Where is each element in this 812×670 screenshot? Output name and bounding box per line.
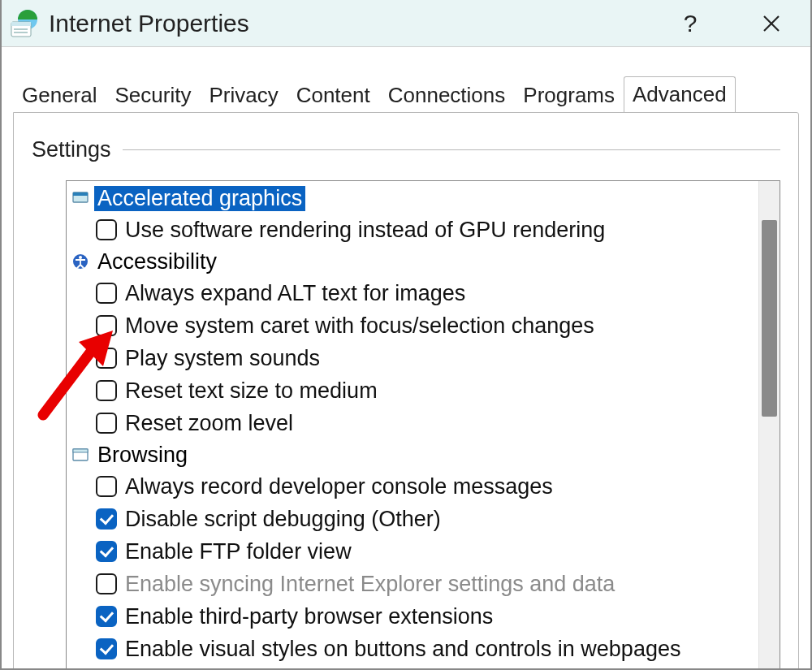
monitor-icon bbox=[71, 191, 89, 205]
svg-rect-8 bbox=[73, 192, 88, 196]
category-label: Accessibility bbox=[94, 249, 220, 274]
window-title: Internet Properties bbox=[49, 10, 666, 37]
option-row[interactable]: Always expand ALT text for images bbox=[71, 277, 758, 309]
tab-general[interactable]: General bbox=[13, 77, 106, 113]
settings-group-label: Settings bbox=[32, 137, 111, 162]
settings-group-header: Settings bbox=[32, 137, 780, 162]
option-label: Always expand ALT text for images bbox=[125, 281, 465, 306]
scroll-thumb[interactable] bbox=[762, 220, 777, 417]
category-browsing[interactable]: Browsing bbox=[71, 439, 758, 470]
option-checkbox[interactable] bbox=[96, 315, 117, 336]
option-row[interactable]: Disable script debugging (Other) bbox=[71, 503, 758, 535]
option-row[interactable]: Enable visual styles on buttons and cont… bbox=[71, 633, 758, 665]
option-checkbox[interactable] bbox=[96, 219, 117, 240]
option-row[interactable]: Move system caret with focus/selection c… bbox=[71, 309, 758, 342]
option-row[interactable]: Use software rendering instead of GPU re… bbox=[71, 214, 758, 246]
option-label: Use software rendering instead of GPU re… bbox=[125, 218, 605, 243]
svg-rect-12 bbox=[73, 449, 88, 452]
option-label: Reset zoom level bbox=[125, 411, 293, 436]
vertical-scrollbar[interactable] bbox=[758, 181, 780, 670]
window-icon bbox=[71, 447, 89, 462]
category-label: Accelerated graphics bbox=[94, 186, 305, 211]
option-row[interactable]: Always record developer console messages bbox=[71, 470, 758, 503]
titlebar: Internet Properties ? bbox=[2, 0, 810, 47]
internet-options-icon bbox=[10, 9, 39, 38]
option-label: Move system caret with focus/selection c… bbox=[125, 313, 594, 339]
option-checkbox[interactable] bbox=[96, 573, 117, 594]
close-button[interactable] bbox=[747, 7, 796, 40]
option-label: Reset text size to medium bbox=[125, 378, 378, 404]
option-label: Enable third-party browser extensions bbox=[125, 604, 493, 629]
option-label: Play system sounds bbox=[125, 346, 320, 371]
tab-security[interactable]: Security bbox=[106, 77, 201, 113]
option-row[interactable]: Reset zoom level bbox=[71, 407, 758, 439]
option-checkbox[interactable] bbox=[96, 606, 117, 627]
option-checkbox[interactable] bbox=[96, 508, 117, 530]
tab-advanced[interactable]: Advanced bbox=[624, 76, 736, 113]
option-row[interactable]: Go to an intranet site for a single word… bbox=[71, 665, 758, 670]
tab-connections[interactable]: Connections bbox=[379, 77, 515, 113]
help-button[interactable]: ? bbox=[666, 7, 715, 40]
tab-privacy[interactable]: Privacy bbox=[200, 77, 287, 113]
option-label: Enable visual styles on buttons and cont… bbox=[125, 637, 680, 662]
category-accelerated-graphics[interactable]: Accelerated graphics bbox=[71, 183, 758, 214]
option-row[interactable]: Play system sounds bbox=[71, 342, 758, 374]
option-checkbox[interactable] bbox=[96, 476, 117, 497]
tab-strip: GeneralSecurityPrivacyContentConnections… bbox=[13, 76, 810, 112]
option-row[interactable]: Enable FTP folder view bbox=[71, 535, 758, 568]
option-checkbox[interactable] bbox=[96, 283, 117, 304]
option-checkbox[interactable] bbox=[96, 413, 117, 434]
option-checkbox[interactable] bbox=[96, 348, 117, 369]
option-label: Enable syncing Internet Explorer setting… bbox=[125, 572, 615, 597]
option-row[interactable]: Reset text size to medium bbox=[71, 374, 758, 407]
category-label: Browsing bbox=[94, 443, 191, 468]
option-checkbox[interactable] bbox=[96, 380, 117, 401]
settings-tree[interactable]: Accelerated graphicsUse software renderi… bbox=[67, 181, 758, 670]
svg-rect-2 bbox=[11, 22, 31, 26]
option-checkbox[interactable] bbox=[96, 541, 117, 562]
option-checkbox[interactable] bbox=[96, 638, 117, 659]
advanced-tab-panel: Settings Accelerated graphicsUse softwar… bbox=[13, 112, 799, 670]
group-divider bbox=[123, 149, 780, 150]
close-icon bbox=[762, 15, 780, 32]
option-row[interactable]: Enable third-party browser extensions bbox=[71, 600, 758, 633]
tab-content[interactable]: Content bbox=[287, 77, 379, 113]
option-label: Disable script debugging (Other) bbox=[125, 507, 441, 532]
option-label: Enable FTP folder view bbox=[125, 539, 352, 564]
settings-listbox[interactable]: Accelerated graphicsUse software renderi… bbox=[66, 180, 780, 670]
svg-point-10 bbox=[79, 256, 82, 259]
option-row[interactable]: Enable syncing Internet Explorer setting… bbox=[71, 568, 758, 600]
option-label: Always record developer console messages bbox=[125, 474, 553, 499]
tab-programs[interactable]: Programs bbox=[514, 77, 624, 113]
accessibility-icon bbox=[71, 254, 89, 269]
category-accessibility[interactable]: Accessibility bbox=[71, 246, 758, 277]
